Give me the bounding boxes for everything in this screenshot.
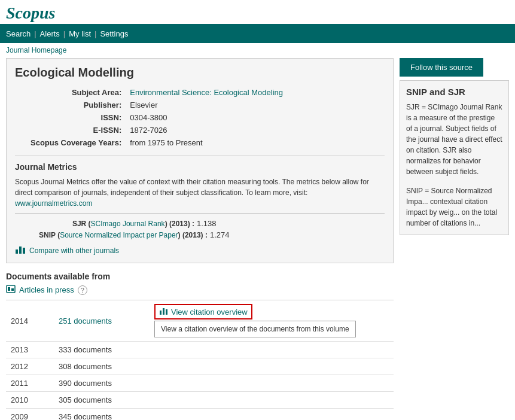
metrics-title: Journal Metrics xyxy=(15,162,385,172)
table-row: 2011 390 documents xyxy=(6,375,394,392)
compare-bar-icon xyxy=(15,245,26,255)
sjr-row: SJR (SCImago Journal Rank) (2013) : 1.13… xyxy=(39,219,385,228)
year-2010: 2010 xyxy=(6,392,54,409)
right-panel: Follow this source SNIP and SJR SJR = SC… xyxy=(400,58,509,420)
svg-rect-6 xyxy=(160,311,161,315)
nav-search[interactable]: Search xyxy=(6,29,31,38)
docs-2009: 345 documents xyxy=(54,409,150,421)
docs-2014-link[interactable]: 251 documents xyxy=(59,316,112,325)
nav-settings[interactable]: Settings xyxy=(100,29,128,38)
documents-table: 2014 251 documents xyxy=(6,300,394,420)
nav-mylist[interactable]: My list xyxy=(69,29,91,38)
svg-rect-2 xyxy=(23,248,25,254)
empty-cell xyxy=(150,409,394,421)
view-citation-wrapper: View citation overview View a citation o… xyxy=(154,304,389,337)
empty-cell xyxy=(150,358,394,375)
snip-link[interactable]: Source Normalized Impact per Paper xyxy=(60,231,178,239)
docs-2013: 333 documents xyxy=(54,342,150,358)
follow-source-button[interactable]: Follow this source xyxy=(400,58,483,77)
nav-alerts[interactable]: Alerts xyxy=(40,29,60,38)
docs-2012: 308 documents xyxy=(54,358,150,375)
snip-sjr-text-1: SJR = SCImago Journal Rank is a measure … xyxy=(406,102,502,177)
empty-cell xyxy=(150,342,394,358)
eissn-value: 1872-7026 xyxy=(125,124,285,136)
journal-info-box: Ecological Modelling Subject Area: Envir… xyxy=(6,58,394,263)
view-citation-cell: View citation overview View a citation o… xyxy=(150,300,394,342)
issn-label: ISSN: xyxy=(28,112,124,123)
snip-bold: SNIP xyxy=(39,231,56,239)
table-row: 2010 305 documents xyxy=(6,392,394,409)
breadcrumb: Journal Homepage xyxy=(0,43,515,58)
svg-rect-8 xyxy=(166,309,167,315)
eissn-label: E-ISSN: xyxy=(28,124,124,136)
sjr-year: (2013) : xyxy=(169,220,194,228)
snip-year: (2013) : xyxy=(182,231,208,239)
issn-value: 0304-3800 xyxy=(125,112,285,123)
metrics-section: Journal Metrics Scopus Journal Metrics o… xyxy=(15,156,385,255)
snip-label-text: SNIP (Source Normalized Impact per Paper… xyxy=(39,231,208,239)
year-2013: 2013 xyxy=(6,342,54,358)
subject-area-link[interactable]: Environmental Science: Ecological Modeli… xyxy=(130,88,283,97)
publisher-label: Publisher: xyxy=(28,99,124,111)
compare-link[interactable]: Compare with other journals xyxy=(29,246,119,255)
sjr-value: 1.138 xyxy=(197,219,217,228)
subject-area-label: Subject Area: xyxy=(28,87,124,98)
table-row: 2009 345 documents xyxy=(6,409,394,421)
snip-sjr-text-2: SNIP = Source Normalized Impa... context… xyxy=(406,185,502,229)
compare-link-row: Compare with other journals xyxy=(15,245,385,255)
help-icon[interactable]: ? xyxy=(78,285,87,295)
docs-2014: 251 documents xyxy=(54,300,150,342)
citation-bar-icon xyxy=(159,307,169,316)
scopus-logo: Scopus xyxy=(6,4,55,22)
docs-2010: 305 documents xyxy=(54,392,150,409)
year-2011: 2011 xyxy=(6,375,54,392)
metrics-desc-text: Scopus Journal Metrics offer the value o… xyxy=(15,178,369,197)
eissn-row: E-ISSN: 1872-7026 xyxy=(28,124,285,136)
nav-sep-1: | xyxy=(34,29,36,38)
metrics-link[interactable]: www.journalmetrics.com xyxy=(15,199,92,208)
empty-cell xyxy=(150,392,394,409)
svg-rect-4 xyxy=(8,287,10,291)
coverage-label: Scopus Coverage Years: xyxy=(28,137,124,148)
metrics-values: SJR (SCImago Journal Rank) (2013) : 1.13… xyxy=(39,219,385,239)
documents-title: Documents available from xyxy=(6,272,394,281)
snip-value: 1.274 xyxy=(210,230,230,239)
docs-2010-text: 305 documents xyxy=(59,395,112,404)
sjr-label: SJR (SCImago Journal Rank) (2013) : xyxy=(39,220,194,228)
docs-2013-text: 333 documents xyxy=(59,345,112,354)
svg-rect-7 xyxy=(163,308,164,315)
subject-area-value: Environmental Science: Ecological Modeli… xyxy=(125,87,285,98)
subject-area-row: Subject Area: Environmental Science: Eco… xyxy=(28,87,285,98)
metrics-desc: Scopus Journal Metrics offer the value o… xyxy=(15,176,385,209)
journal-info-table: Subject Area: Environmental Science: Eco… xyxy=(27,86,287,150)
metrics-divider xyxy=(15,214,385,214)
left-panel: Ecological Modelling Subject Area: Envir… xyxy=(6,58,394,420)
year-2012: 2012 xyxy=(6,358,54,375)
svg-rect-5 xyxy=(11,288,14,291)
table-row: 2012 308 documents xyxy=(6,358,394,375)
issn-row: ISSN: 0304-3800 xyxy=(28,112,285,123)
journal-title: Ecological Modelling xyxy=(15,66,385,80)
snip-sjr-box: SNIP and SJR SJR = SCImago Journal Rank … xyxy=(400,80,509,235)
publisher-row: Publisher: Elsevier xyxy=(28,99,285,111)
nav-sep-3: | xyxy=(95,29,96,38)
sjr-link[interactable]: SCImago Journal Rank xyxy=(91,220,165,228)
publisher-value: Elsevier xyxy=(125,99,285,111)
tooltip-box: View a citation overview of the document… xyxy=(154,321,356,337)
breadcrumb-link[interactable]: Journal Homepage xyxy=(6,46,66,54)
top-nav: Search | Alerts | My list | Settings xyxy=(0,24,515,43)
empty-cell xyxy=(150,375,394,392)
documents-section: Documents available from Articles in pre… xyxy=(6,272,394,420)
sjr-label-text: SJR xyxy=(72,220,86,228)
table-row: 2014 251 documents xyxy=(6,300,394,342)
follow-button-row: Follow this source xyxy=(400,58,509,77)
snip-sjr-title: SNIP and SJR xyxy=(406,87,502,97)
view-citation-link[interactable]: View citation overview xyxy=(171,308,248,316)
coverage-value: from 1975 to Present xyxy=(125,137,285,148)
view-citation-button[interactable]: View citation overview xyxy=(154,304,252,319)
articles-press-icon xyxy=(6,285,16,295)
svg-rect-1 xyxy=(19,246,22,254)
docs-2011: 390 documents xyxy=(54,375,150,392)
docs-2011-text: 390 documents xyxy=(59,379,112,388)
articles-press-link[interactable]: Articles in press xyxy=(19,285,74,294)
